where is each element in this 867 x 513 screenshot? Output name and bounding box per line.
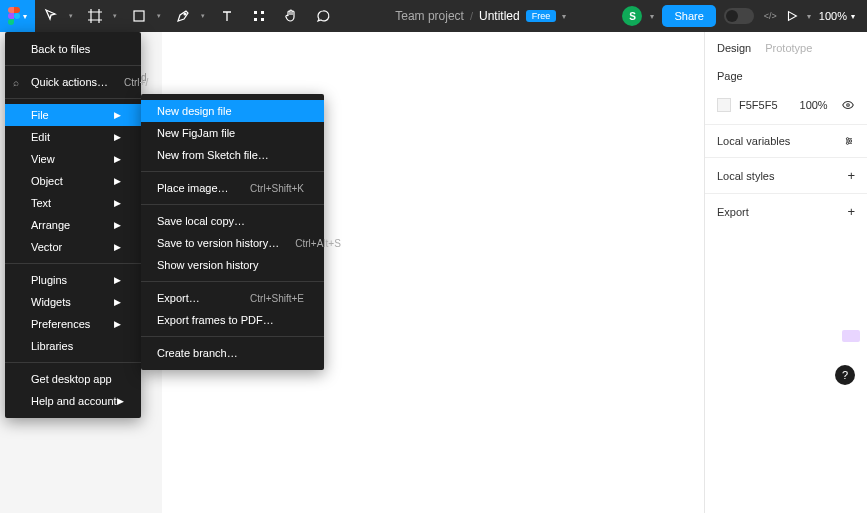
svg-point-8 [846,138,848,140]
submenu-arrow-icon: ▶ [114,132,121,142]
text-tool[interactable] [211,0,243,32]
background-row[interactable]: F5F5F5 100% [705,92,867,124]
menu-text[interactable]: Text▶ [5,192,141,214]
submenu-save-local[interactable]: Save local copy… [141,210,324,232]
figma-logo-icon [8,7,20,25]
submenu-export[interactable]: Export…Ctrl+Shift+E [141,287,324,309]
breadcrumb-team[interactable]: Team project [395,9,464,23]
svg-rect-3 [254,11,257,14]
help-button[interactable]: ? [835,365,855,385]
tab-design[interactable]: Design [717,42,751,54]
right-panel: Design Prototype Page F5F5F5 100% Local … [704,32,867,513]
submenu-new-design-file[interactable]: New design file [141,100,324,122]
share-button[interactable]: Share [662,5,715,27]
user-avatar[interactable]: S [622,6,642,26]
svg-point-10 [846,142,848,144]
submenu-arrow-icon: ▶ [114,275,121,285]
hand-tool[interactable] [275,0,307,32]
menu-divider [141,336,324,337]
search-icon: ⌕ [13,77,19,88]
submenu-arrow-icon: ▶ [114,154,121,164]
title-chevron-icon[interactable]: ▾ [562,12,566,21]
local-variables-section[interactable]: Local variables [705,124,867,157]
local-styles-label: Local styles [717,170,774,182]
submenu-place-image[interactable]: Place image…Ctrl+Shift+K [141,177,324,199]
menu-object[interactable]: Object▶ [5,170,141,192]
svg-rect-4 [261,11,264,14]
menu-divider [141,204,324,205]
shape-tool[interactable] [123,0,155,32]
file-title[interactable]: Untitled [479,9,520,23]
shape-tool-dropdown[interactable]: ▾ [155,0,163,32]
menu-help-account[interactable]: Help and account▶ [5,390,141,412]
pen-tool-dropdown[interactable]: ▾ [199,0,207,32]
menu-divider [5,362,141,363]
figma-menu-button[interactable]: ▾ [0,0,35,32]
submenu-arrow-icon: ▶ [114,297,121,307]
submenu-show-version-history[interactable]: Show version history [141,254,324,276]
submenu-arrow-icon: ▶ [114,110,121,120]
frame-tool[interactable] [79,0,111,32]
panel-tabs: Design Prototype [705,32,867,60]
chevron-down-icon: ▾ [23,12,27,21]
menu-arrange[interactable]: Arrange▶ [5,214,141,236]
svg-point-2 [184,13,186,15]
submenu-arrow-icon: ▶ [114,176,121,186]
menu-plugins[interactable]: Plugins▶ [5,269,141,291]
plus-icon[interactable]: + [847,204,855,219]
tab-prototype[interactable]: Prototype [765,42,812,54]
present-chevron-icon[interactable]: ▾ [807,12,811,21]
submenu-arrow-icon: ▶ [114,198,121,208]
page-section-header: Page [705,60,867,92]
menu-back-to-files[interactable]: Back to files [5,38,141,60]
decorative-thumbnail [842,330,860,342]
move-tool[interactable] [35,0,67,32]
submenu-new-figjam-file[interactable]: New FigJam file [141,122,324,144]
visibility-icon[interactable] [841,98,855,112]
pen-tool[interactable] [167,0,199,32]
move-tool-dropdown[interactable]: ▾ [67,0,75,32]
submenu-create-branch[interactable]: Create branch… [141,342,324,364]
menu-vector[interactable]: Vector▶ [5,236,141,258]
comment-tool[interactable] [307,0,339,32]
local-variables-label: Local variables [717,135,790,147]
export-section[interactable]: Export + [705,193,867,229]
submenu-export-pdf[interactable]: Export frames to PDF… [141,309,324,331]
zoom-control[interactable]: 100%▾ [819,10,855,22]
menu-file[interactable]: File▶ [5,104,141,126]
file-submenu: New design file New FigJam file New from… [141,94,324,370]
top-toolbar: ▾ ▾ ▾ ▾ ▾ Team project / Untitled Free ▾… [0,0,867,32]
menu-preferences[interactable]: Preferences▶ [5,313,141,335]
menu-libraries[interactable]: Libraries [5,335,141,357]
background-hex[interactable]: F5F5F5 [739,99,778,111]
menu-get-desktop[interactable]: Get desktop app [5,368,141,390]
export-label: Export [717,206,749,218]
toolbar-center: Team project / Untitled Free ▾ [339,9,622,23]
resources-tool[interactable] [243,0,275,32]
settings-icon[interactable] [843,135,855,147]
background-swatch[interactable] [717,98,731,112]
dev-mode-icon: </> [764,11,777,21]
svg-point-9 [849,140,851,142]
toolbar-left: ▾ ▾ ▾ ▾ ▾ [0,0,339,32]
present-icon[interactable] [785,9,799,23]
plus-icon[interactable]: + [847,168,855,183]
dev-mode-toggle[interactable] [724,8,754,24]
menu-widgets[interactable]: Widgets▶ [5,291,141,313]
avatar-chevron-icon[interactable]: ▾ [650,12,654,21]
frame-tool-dropdown[interactable]: ▾ [111,0,119,32]
menu-edit[interactable]: Edit▶ [5,126,141,148]
submenu-save-version-history[interactable]: Save to version history…Ctrl+Alt+S [141,232,324,254]
menu-quick-actions[interactable]: ⌕ Quick actions…Ctrl+/ [5,71,141,93]
submenu-new-from-sketch[interactable]: New from Sketch file… [141,144,324,166]
menu-view[interactable]: View▶ [5,148,141,170]
menu-divider [5,98,141,99]
svg-rect-1 [134,11,144,21]
local-styles-section[interactable]: Local styles + [705,157,867,193]
toolbar-right: S ▾ Share </> ▾ 100%▾ [622,0,867,32]
svg-point-7 [847,104,850,107]
background-opacity[interactable]: 100% [800,99,828,111]
menu-divider [5,65,141,66]
plan-badge[interactable]: Free [526,10,557,22]
page-label: Page [717,70,743,82]
